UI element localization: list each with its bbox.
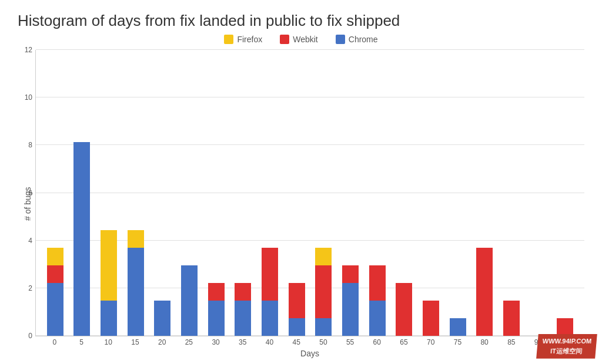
bar-segment-firefox-50: [315, 248, 332, 265]
bar-segment-chrome-55: [342, 283, 359, 336]
bar-group-85: [498, 50, 525, 336]
chart-area: # of bugs 024681012 05101520253035404550…: [18, 50, 584, 358]
bar-stack-40: [262, 248, 278, 336]
bar-group-75: [444, 50, 471, 336]
bar-stack-75: [450, 318, 466, 336]
bar-segment-firefox-15: [128, 230, 144, 248]
legend: FirefoxWebkitChrome: [18, 35, 584, 44]
bar-group-5: [69, 50, 96, 336]
bars-container: [36, 50, 584, 336]
bar-segment-webkit-85: [503, 301, 520, 336]
x-tick-55: 55: [337, 338, 364, 346]
y-tick-8: 8: [28, 141, 36, 149]
bar-group-0: [42, 50, 69, 336]
bar-segment-chrome-60: [369, 301, 386, 336]
watermark: WWW.94IP.COMIT运维空间: [537, 334, 597, 358]
bar-stack-30: [208, 283, 225, 336]
x-tick-5: 5: [68, 338, 95, 346]
bar-stack-60: [369, 265, 386, 336]
legend-label-firefox: Firefox: [237, 35, 262, 44]
bar-stack-45: [289, 283, 305, 336]
x-tick-85: 85: [498, 338, 525, 346]
bar-group-15: [122, 50, 149, 336]
bar-segment-chrome-15: [128, 248, 144, 336]
bar-segment-firefox-0: [47, 248, 63, 265]
legend-color-firefox: [224, 35, 233, 44]
y-tick-10: 10: [25, 93, 36, 102]
bar-segment-webkit-55: [342, 265, 359, 283]
y-tick-0: 0: [28, 332, 36, 340]
bar-group-10: [95, 50, 122, 336]
x-tick-30: 30: [202, 338, 229, 346]
bar-segment-chrome-45: [289, 318, 305, 336]
x-tick-70: 70: [417, 338, 444, 346]
legend-color-webkit: [280, 35, 289, 44]
bar-segment-webkit-65: [396, 283, 412, 336]
bar-stack-80: [476, 248, 493, 336]
bar-segment-webkit-80: [476, 248, 493, 336]
bar-segment-chrome-50: [315, 318, 332, 336]
bar-group-45: [283, 50, 310, 336]
bar-stack-35: [235, 283, 251, 336]
x-tick-65: 65: [390, 338, 417, 346]
bar-group-55: [337, 50, 364, 336]
bar-segment-webkit-45: [289, 283, 305, 318]
legend-item-chrome: Chrome: [336, 35, 378, 44]
bar-group-90: [525, 50, 552, 336]
bar-group-50: [310, 50, 337, 336]
bar-group-70: [417, 50, 444, 336]
x-tick-80: 80: [471, 338, 498, 346]
bar-segment-chrome-35: [235, 301, 251, 336]
bar-group-60: [364, 50, 391, 336]
x-tick-40: 40: [256, 338, 283, 346]
x-tick-20: 20: [149, 338, 176, 346]
bar-segment-chrome-40: [262, 301, 278, 336]
bar-segment-chrome-25: [181, 265, 198, 336]
bar-segment-firefox-10: [101, 230, 117, 301]
bar-group-65: [391, 50, 418, 336]
bar-segment-webkit-91+: [557, 318, 573, 336]
bar-stack-10: [101, 230, 117, 336]
legend-item-webkit: Webkit: [280, 35, 318, 44]
bar-segment-webkit-50: [315, 265, 332, 318]
bar-stack-65: [396, 283, 412, 336]
x-tick-50: 50: [310, 338, 337, 346]
bar-segment-webkit-40: [262, 248, 278, 301]
bar-stack-15: [128, 230, 144, 336]
x-axis-label: Days: [35, 349, 584, 358]
bar-stack-55: [342, 265, 359, 336]
x-tick-60: 60: [363, 338, 390, 346]
bar-segment-chrome-10: [101, 301, 117, 336]
bar-segment-chrome-0: [47, 283, 63, 336]
legend-color-chrome: [336, 35, 345, 44]
bar-segment-webkit-0: [47, 265, 63, 283]
bar-segment-webkit-70: [423, 301, 439, 336]
x-tick-25: 25: [176, 338, 203, 346]
bar-stack-50: [315, 248, 332, 336]
bar-group-25: [176, 50, 203, 336]
bar-group-30: [203, 50, 230, 336]
legend-label-chrome: Chrome: [349, 35, 378, 44]
bar-group-20: [149, 50, 176, 336]
bar-segment-webkit-30: [208, 283, 225, 301]
y-tick-12: 12: [25, 46, 36, 54]
legend-item-firefox: Firefox: [224, 35, 262, 44]
bar-group-40: [256, 50, 283, 336]
x-tick-35: 35: [229, 338, 256, 346]
bar-stack-5: [73, 142, 90, 336]
chart-inner: 024681012 051015202530354045505560657075…: [35, 50, 584, 358]
x-axis: 05101520253035404550556065707580859091+: [35, 338, 584, 346]
legend-label-webkit: Webkit: [293, 35, 318, 44]
bar-group-80: [471, 50, 499, 336]
x-tick-15: 15: [122, 338, 149, 346]
y-tick-6: 6: [28, 189, 36, 197]
y-tick-2: 2: [28, 284, 36, 292]
x-tick-0: 0: [41, 338, 68, 346]
y-tick-4: 4: [28, 237, 36, 245]
bar-segment-chrome-75: [450, 318, 466, 336]
x-tick-75: 75: [444, 338, 471, 346]
bar-group-91+: [551, 50, 578, 336]
bar-stack-20: [154, 301, 170, 336]
bar-stack-25: [181, 265, 198, 336]
bar-segment-chrome-30: [208, 301, 225, 336]
